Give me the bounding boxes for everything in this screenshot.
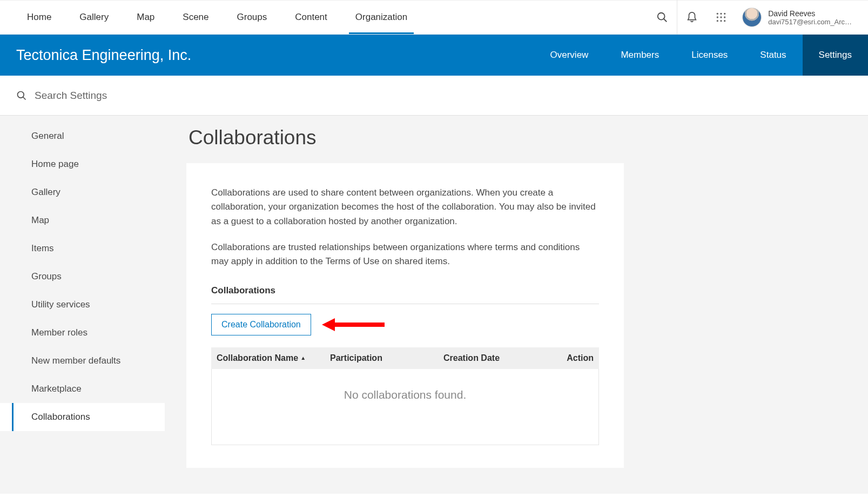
svg-point-5 [717,16,718,18]
svg-point-7 [724,16,725,18]
top-nav: Home Gallery Map Scene Groups Content Or… [0,0,868,35]
svg-point-9 [721,20,722,22]
sidebar-item-utility-services[interactable]: Utility services [0,291,165,319]
collaborations-panel: Collaborations are used to share content… [186,163,624,468]
org-subnav: Tectonica Engineering, Inc. Overview Mem… [0,35,868,76]
app-launcher-button[interactable] [706,0,736,35]
sidebar-item-groups[interactable]: Groups [0,263,165,291]
table-header: Collaboration Name ▲ Participation Creat… [211,347,599,369]
nav-organization[interactable]: Organization [355,1,407,33]
tab-settings[interactable]: Settings [803,35,868,76]
svg-line-1 [664,19,667,22]
sidebar-item-collaborations[interactable]: Collaborations [0,403,165,431]
th-name-label: Collaboration Name [217,353,298,363]
search-button[interactable] [648,0,677,35]
main-content: Collaborations Collaborations are used t… [165,116,868,494]
sort-asc-icon: ▲ [300,355,306,361]
table-empty-state: No collaborations found. [211,369,599,445]
th-creation-date[interactable]: Creation Date [443,353,562,363]
svg-point-11 [18,91,24,98]
sidebar-item-marketplace[interactable]: Marketplace [0,375,165,403]
svg-point-6 [721,16,722,18]
svg-point-3 [721,13,722,15]
nav-content[interactable]: Content [295,1,327,33]
nav-scene[interactable]: Scene [183,1,208,33]
annotation-arrow [321,317,386,333]
bell-icon [686,11,698,23]
svg-point-0 [658,13,665,20]
svg-point-2 [717,13,718,15]
notifications-button[interactable] [677,0,706,35]
sidebar-item-member-roles[interactable]: Member roles [0,319,165,347]
svg-point-4 [724,13,725,15]
nav-gallery[interactable]: Gallery [79,1,109,33]
tab-members[interactable]: Members [604,35,675,76]
description-1: Collaborations are used to share content… [211,186,599,229]
svg-point-10 [724,20,725,22]
apps-grid-icon [716,12,726,23]
tab-licenses[interactable]: Licenses [675,35,744,76]
org-name: Tectonica Engineering, Inc. [16,47,191,64]
body: General Home page Gallery Map Items Grou… [0,116,868,494]
subnav-tabs: Overview Members Licenses Status Setting… [534,35,868,76]
settings-search-input[interactable] [35,90,251,102]
create-row: Create Collaboration [211,304,599,335]
th-participation[interactable]: Participation [330,353,443,363]
user-name: David Reeves [768,9,852,18]
avatar [742,8,762,27]
sidebar-item-items[interactable]: Items [0,234,165,263]
user-menu[interactable]: David Reeves davi7517@esri.com_Arc… [736,8,852,27]
settings-sidebar: General Home page Gallery Map Items Grou… [0,116,165,494]
tab-status[interactable]: Status [744,35,802,76]
sidebar-item-new-member-defaults[interactable]: New member defaults [0,347,165,375]
create-collaboration-button[interactable]: Create Collaboration [211,314,311,335]
sidebar-item-general[interactable]: General [0,122,165,150]
th-action: Action [562,353,594,363]
settings-search-bar [0,76,868,116]
search-icon [16,90,27,101]
user-text: David Reeves davi7517@esri.com_Arc… [768,9,852,26]
nav-home[interactable]: Home [27,1,51,33]
sidebar-item-gallery[interactable]: Gallery [0,178,165,206]
top-nav-right: David Reeves davi7517@esri.com_Arc… [648,0,852,35]
section-label: Collaborations [211,285,599,304]
nav-groups[interactable]: Groups [237,1,267,33]
svg-line-12 [23,97,26,99]
sidebar-item-map[interactable]: Map [0,206,165,234]
search-icon [656,11,668,23]
th-collaboration-name[interactable]: Collaboration Name ▲ [217,353,330,363]
description-2: Collaborations are trusted relationships… [211,240,599,269]
top-nav-links: Home Gallery Map Scene Groups Content Or… [27,1,407,33]
tab-overview[interactable]: Overview [534,35,605,76]
sidebar-item-home-page[interactable]: Home page [0,150,165,178]
page-title: Collaborations [186,126,846,149]
nav-map[interactable]: Map [137,1,154,33]
arrow-left-icon [321,317,386,333]
user-email: davi7517@esri.com_Arc… [768,18,852,26]
svg-marker-14 [322,318,335,331]
svg-point-8 [717,20,718,22]
